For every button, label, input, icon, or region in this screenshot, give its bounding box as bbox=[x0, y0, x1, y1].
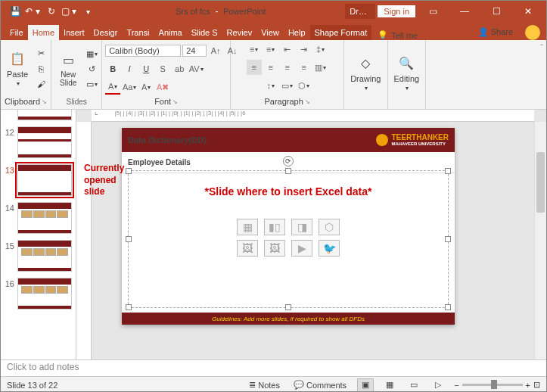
slideshow-view-icon[interactable]: ▷ bbox=[430, 378, 446, 392]
new-slide-button[interactable]: ▭New Slide bbox=[54, 49, 82, 89]
align-left-icon[interactable]: ≡ bbox=[247, 60, 262, 75]
slide-title: Data Dictionary(DD) bbox=[128, 135, 207, 145]
sorter-view-icon[interactable]: ▦ bbox=[381, 378, 398, 392]
start-from-beginning-icon[interactable]: ▢▾ bbox=[61, 3, 78, 20]
bold-icon[interactable]: B bbox=[105, 61, 120, 76]
resize-handle[interactable] bbox=[285, 168, 291, 174]
zoom-slider[interactable] bbox=[462, 384, 523, 386]
notes-button[interactable]: ≣ Notes bbox=[246, 380, 283, 390]
shadow-icon[interactable]: ab bbox=[172, 61, 187, 76]
format-painter-icon[interactable]: 🖌 bbox=[34, 77, 48, 91]
font-color-icon[interactable]: A▾ bbox=[105, 79, 120, 95]
close-icon[interactable]: ✕ bbox=[513, 1, 543, 22]
ribbon-options-icon[interactable]: ▭ bbox=[418, 1, 448, 22]
spacing-icon[interactable]: AV▾ bbox=[188, 61, 204, 76]
qat-customize-icon[interactable]: ▾ bbox=[79, 3, 96, 20]
highlight-icon[interactable]: A▾ bbox=[138, 79, 154, 95]
insert-picture-icon[interactable]: 🖼 bbox=[237, 240, 258, 257]
save-icon[interactable]: 💾 bbox=[7, 3, 23, 20]
justify-icon[interactable]: ≡ bbox=[297, 60, 312, 75]
thumbnail-13[interactable]: 13 bbox=[2, 164, 74, 196]
share-button[interactable]: 👤 Share bbox=[472, 24, 519, 40]
reset-icon[interactable]: ↺ bbox=[85, 62, 98, 76]
text-direction-icon[interactable]: ↕▾ bbox=[263, 78, 278, 93]
indent-left-icon[interactable]: ⇤ bbox=[280, 42, 295, 57]
tab-view[interactable]: View bbox=[256, 25, 284, 40]
font-family-select[interactable]: Calibri (Body) bbox=[105, 45, 181, 57]
increase-font-icon[interactable]: A↑ bbox=[208, 43, 223, 58]
line-spacing-icon[interactable]: ‡▾ bbox=[313, 42, 328, 57]
align-center-icon[interactable]: ≡ bbox=[263, 60, 278, 75]
maximize-icon[interactable]: ☐ bbox=[481, 1, 511, 22]
normal-view-icon[interactable]: ▣ bbox=[357, 378, 374, 392]
insert-3d-icon[interactable]: ⬡ bbox=[319, 219, 340, 235]
cut-icon[interactable]: ✂ bbox=[34, 47, 48, 61]
sign-in-button[interactable]: Sign in bbox=[377, 5, 416, 18]
feedback-smiley-icon[interactable] bbox=[525, 25, 540, 40]
italic-icon[interactable]: I bbox=[122, 61, 137, 76]
tab-slideshow[interactable]: Slide S bbox=[187, 25, 222, 40]
layout-icon[interactable]: ▦▾ bbox=[85, 47, 98, 61]
paste-button[interactable]: 📋Paste▾ bbox=[4, 48, 31, 89]
resize-handle[interactable] bbox=[126, 304, 132, 310]
thumbnail-12[interactable]: 12 bbox=[2, 126, 74, 158]
collapse-ribbon-icon[interactable]: ˆ bbox=[540, 43, 543, 52]
resize-handle[interactable] bbox=[285, 304, 291, 310]
thumbnail-14[interactable]: 14 bbox=[2, 202, 74, 234]
thumbnail-16[interactable]: 16 bbox=[2, 278, 74, 310]
smartart-icon[interactable]: ⬡▾ bbox=[297, 78, 312, 93]
redo-icon[interactable]: ↻ bbox=[43, 3, 60, 20]
bullets-icon[interactable]: ≡▾ bbox=[247, 42, 262, 57]
thumbnail-15[interactable]: 15 bbox=[2, 240, 74, 272]
change-case-icon[interactable]: Aa▾ bbox=[122, 79, 137, 95]
slide-editor[interactable]: ʟ |5| | |4| | |3| | |2| | |1| | |0| | |1… bbox=[76, 110, 546, 359]
numbering-icon[interactable]: ≡▾ bbox=[263, 42, 278, 57]
editing-button[interactable]: 🔍Editing▾ bbox=[391, 53, 423, 94]
resize-handle[interactable] bbox=[126, 168, 132, 174]
clear-format-icon[interactable]: A✖ bbox=[155, 79, 170, 95]
insert-icon-icon[interactable]: 🐦 bbox=[319, 240, 340, 257]
insert-table-icon[interactable]: ▦ bbox=[237, 219, 258, 235]
slide-canvas[interactable]: Data Dictionary(DD) TEERTHANKERMAHAVEER … bbox=[122, 128, 455, 325]
tab-transitions[interactable]: Transi bbox=[122, 25, 154, 40]
tab-review[interactable]: Reviev bbox=[222, 25, 257, 40]
drawing-button[interactable]: ◇Drawing▾ bbox=[347, 53, 384, 94]
insert-video-icon[interactable]: ▶ bbox=[291, 240, 312, 257]
tab-help[interactable]: Help bbox=[284, 25, 310, 40]
fit-to-window-icon[interactable]: ⊡ bbox=[533, 380, 540, 390]
tab-shape-format[interactable]: Shape Format bbox=[310, 25, 372, 40]
tab-insert[interactable]: Insert bbox=[59, 25, 89, 40]
resize-handle[interactable] bbox=[445, 304, 451, 310]
undo-icon[interactable]: ↶▾ bbox=[25, 3, 42, 20]
tab-file[interactable]: File bbox=[5, 25, 28, 40]
thumbnail-pane[interactable]: 12 13 14 15 16 bbox=[1, 110, 76, 359]
indent-right-icon[interactable]: ⇥ bbox=[297, 42, 312, 57]
drawing-tools-tab[interactable]: Drawi... bbox=[345, 4, 375, 19]
columns-icon[interactable]: ▥▾ bbox=[313, 60, 328, 75]
zoom-out-icon[interactable]: − bbox=[454, 381, 458, 390]
strikethrough-icon[interactable]: S bbox=[155, 61, 170, 76]
insert-online-picture-icon[interactable]: 🖼 bbox=[264, 240, 285, 257]
insert-chart-icon[interactable]: ▮▯ bbox=[264, 219, 285, 235]
rotate-handle-icon[interactable]: ⟳ bbox=[283, 156, 294, 166]
notes-pane[interactable]: Click to add notes bbox=[1, 359, 546, 376]
zoom-in-icon[interactable]: + bbox=[526, 381, 530, 390]
vertical-scrollbar[interactable] bbox=[534, 122, 546, 359]
tell-me[interactable]: 💡Tell me bbox=[371, 30, 471, 40]
reading-view-icon[interactable]: ▭ bbox=[406, 378, 422, 392]
zoom-control[interactable]: − + ⊡ bbox=[454, 380, 540, 390]
thumbnail-11-partial[interactable] bbox=[2, 110, 74, 120]
insert-smartart-icon[interactable]: ◨ bbox=[291, 219, 312, 235]
font-size-select[interactable]: 24 bbox=[182, 45, 207, 57]
align-text-icon[interactable]: ▭▾ bbox=[280, 78, 295, 93]
resize-handle[interactable] bbox=[445, 168, 451, 174]
align-right-icon[interactable]: ≡ bbox=[280, 60, 295, 75]
minimize-icon[interactable]: — bbox=[449, 1, 480, 22]
underline-icon[interactable]: U bbox=[138, 61, 154, 76]
copy-icon[interactable]: ⎘ bbox=[34, 62, 48, 76]
comments-button[interactable]: 💬 Comments bbox=[291, 380, 350, 390]
section-icon[interactable]: ▭▾ bbox=[85, 77, 98, 91]
tab-animations[interactable]: Anima bbox=[154, 25, 187, 40]
tab-home[interactable]: Home bbox=[28, 25, 59, 40]
tab-design[interactable]: Desigr bbox=[89, 25, 123, 40]
